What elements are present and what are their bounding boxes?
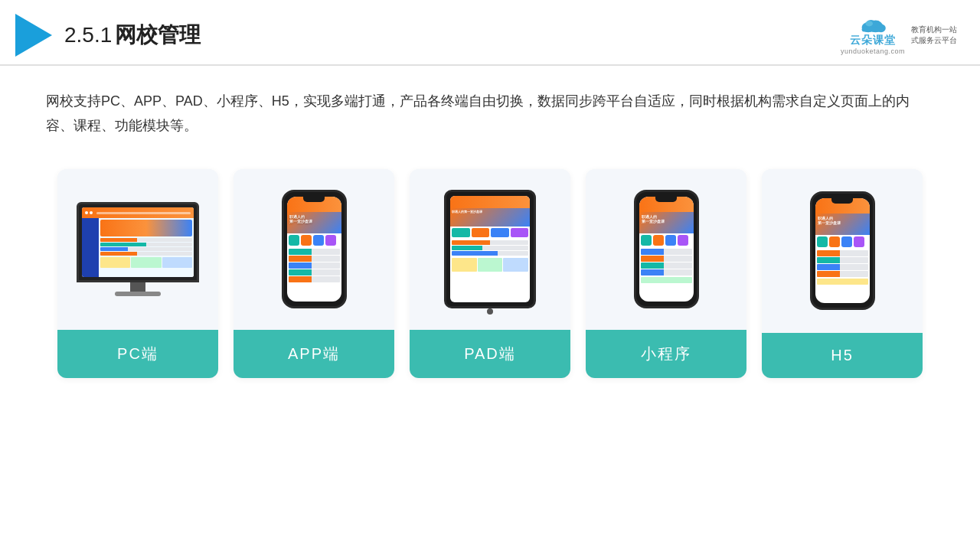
card-app-label: APP端 [234, 330, 394, 378]
card-pc-image [57, 169, 218, 330]
page-title: 2.5.1网校管理 [64, 21, 201, 50]
card-app: 职遇人的第一堂沙盘课 [234, 169, 394, 378]
card-app-image: 职遇人的第一堂沙盘课 [234, 169, 394, 330]
cards-container: PC端 职遇人的第一堂沙盘课 [0, 146, 980, 393]
card-miniapp: 职遇人的第一堂沙盘课 [586, 169, 746, 378]
card-h5-image: 职遇人的第一堂沙盘课 [762, 169, 923, 333]
card-h5: 职遇人的第一堂沙盘课 [762, 169, 923, 378]
card-miniapp-image: 职遇人的第一堂沙盘课 [586, 169, 746, 330]
svg-rect-4 [862, 28, 884, 32]
brand-url: yunduoketang.com [841, 47, 905, 55]
pc-monitor-icon [77, 202, 199, 296]
cloud-icon: 云朵课堂 yunduoketang.com [841, 15, 905, 55]
header-left: 2.5.1网校管理 [15, 14, 201, 57]
card-pad: 职遇人的第一堂沙盘课 [410, 169, 570, 378]
brand-name: 云朵课堂 [850, 34, 896, 47]
brand-tagline: 教育机构一站 式服务云平台 [911, 24, 957, 46]
header: 2.5.1网校管理 云朵课堂 yunduoketang.com 教育机构一站 式… [0, 0, 980, 66]
card-miniapp-label: 小程序 [586, 330, 746, 378]
card-pc-label: PC端 [57, 330, 218, 378]
tablet-pad-icon: 职遇人的第一堂沙盘课 [444, 190, 536, 308]
logo-triangle-icon [15, 14, 52, 57]
svg-point-5 [865, 21, 873, 26]
phone-h5-icon: 职遇人的第一堂沙盘课 [810, 191, 875, 310]
card-pad-label: PAD端 [410, 330, 570, 378]
phone-miniapp-icon: 职遇人的第一堂沙盘课 [634, 190, 699, 308]
card-pc: PC端 [57, 169, 218, 378]
description-text: 网校支持PC、APP、PAD、小程序、H5，实现多端打通，产品各终端自由切换，数… [0, 66, 980, 146]
card-h5-label: H5 [762, 333, 923, 378]
brand-logo: 云朵课堂 yunduoketang.com 教育机构一站 式服务云平台 [841, 15, 957, 55]
phone-app-icon: 职遇人的第一堂沙盘课 [282, 190, 347, 308]
card-pad-image: 职遇人的第一堂沙盘课 [410, 169, 570, 330]
